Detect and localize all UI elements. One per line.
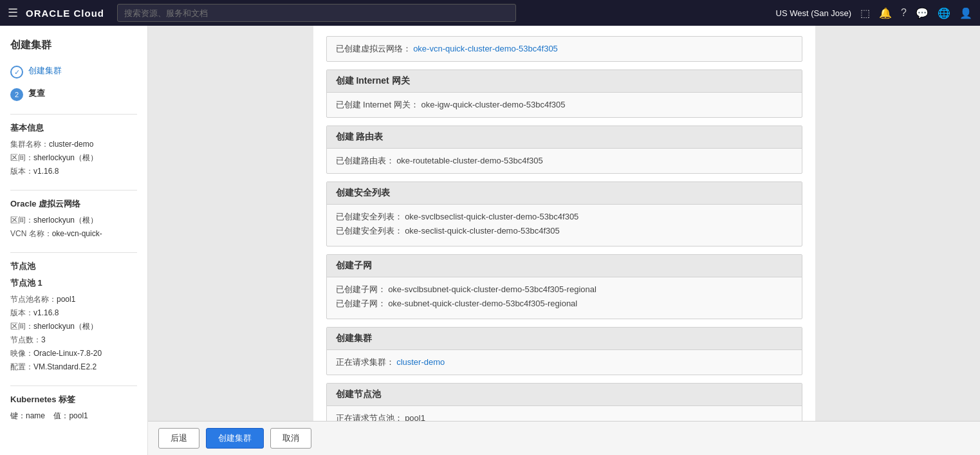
node-pool-title: 节点池 (10, 261, 137, 272)
subnet-header: 创建子网 (327, 255, 802, 277)
subnet-item-2: 已创建子网： oke-subnet-quick-cluster-demo-53b… (336, 298, 793, 310)
step1-label: 创建集群 (28, 65, 62, 77)
subnet-item-1: 已创建子网： oke-svclbsubnet-quick-cluster-dem… (336, 284, 793, 295)
internet-gateway-header: 创建 Internet 网关 (327, 70, 802, 93)
region-row: 区间：sherlockyun（根） (10, 153, 137, 163)
progress-panel: 已创建虚拟云网络： oke-vcn-quick-cluster-demo-53b… (313, 26, 815, 455)
vcn-info-title: Oracle 虚拟云网络 (10, 198, 137, 210)
chat-icon[interactable]: 💬 (916, 7, 929, 19)
create-cluster-button[interactable]: 创建集群 (206, 428, 264, 449)
internet-gateway-body: 已创建 Internet 网关： oke-igw-quick-cluster-d… (327, 93, 802, 117)
step2-label: 复查 (28, 88, 45, 99)
node-count-row: 节点数：3 (10, 335, 137, 346)
subnet-block: 创建子网 已创建子网： oke-svclbsubnet-quick-cluste… (326, 254, 802, 319)
back-button[interactable]: 后退 (158, 428, 199, 449)
terminal-icon[interactable]: ⬚ (860, 7, 870, 19)
sidebar-title: 创建集群 (10, 39, 137, 52)
k8s-labels-section: Kubernetes 标签 键：name 值：pool1 (10, 385, 137, 422)
basic-info-section: 基本信息 集群名称：cluster-demo 区间：sherlockyun（根）… (10, 114, 137, 177)
cancel-button[interactable]: 取消 (270, 428, 311, 449)
globe-icon[interactable]: 🌐 (938, 7, 950, 19)
create-cluster-body: 正在请求集群： cluster-demo (327, 350, 802, 375)
create-node-pool-header: 创建节点池 (327, 384, 802, 406)
security-list-block: 创建安全列表 已创建安全列表： oke-svclbseclist-quick-c… (326, 181, 802, 246)
vcn-created-body: 已创建虚拟云网络： oke-vcn-quick-cluster-demo-53b… (327, 37, 802, 61)
vcn-region-row: 区间：sherlockyun（根） (10, 215, 137, 226)
search-container (117, 4, 516, 22)
version-row: 版本：v1.16.8 (10, 166, 137, 177)
vcn-name-row: VCN 名称：oke-vcn-quick- (10, 228, 137, 239)
step2-circle: 2 (10, 88, 23, 101)
security-list-body: 已创建安全列表： oke-svclbseclist-quick-cluster-… (327, 205, 802, 246)
create-cluster-block: 创建集群 正在请求集群： cluster-demo (326, 327, 802, 375)
help-icon[interactable]: ? (901, 7, 907, 19)
vcn-info-section: Oracle 虚拟云网络 区间：sherlockyun（根） VCN 名称：ok… (10, 190, 137, 239)
hamburger-menu-icon[interactable]: ☰ (8, 6, 18, 20)
route-table-body: 已创建路由表： oke-routetable-cluster-demo-53bc… (327, 149, 802, 173)
rt-value: oke-routetable-cluster-demo-53bc4f305 (396, 156, 543, 165)
content-area: 已创建虚拟云网络： oke-vcn-quick-cluster-demo-53b… (148, 26, 980, 455)
top-navigation: ☰ ORACLE Cloud US West (San Jose) ⬚ 🔔 ? … (0, 0, 980, 26)
node-pool-sub-title: 节点池 1 (10, 277, 137, 289)
bell-icon[interactable]: 🔔 (879, 7, 892, 19)
cluster-name-row: 集群名称：cluster-demo (10, 139, 137, 150)
k8s-labels-title: Kubernetes 标签 (10, 394, 137, 405)
node-pool-section: 节点池 节点池 1 节点池名称：pool1 版本：v1.16.8 区间：sher… (10, 252, 137, 373)
seclist-item-1: 已创建安全列表： oke-svclbseclist-quick-cluster-… (336, 211, 793, 223)
route-table-header: 创建 路由表 (327, 126, 802, 149)
seclist-item-2: 已创建安全列表： oke-seclist-quick-cluster-demo-… (336, 225, 793, 237)
cluster-request-link[interactable]: cluster-demo (396, 357, 445, 367)
route-table-block: 创建 路由表 已创建路由表： oke-routetable-cluster-de… (326, 125, 802, 174)
sidebar: 创建集群 ✓ 创建集群 2 复查 基本信息 集群名称：cluster-demo … (0, 26, 148, 455)
config-row: 配置：VM.Standard.E2.2 (10, 362, 137, 373)
pool-version-row: 版本：v1.16.8 (10, 308, 137, 319)
pool-region-row: 区间：sherlockyun（根） (10, 321, 137, 332)
step1-circle: ✓ (10, 66, 23, 79)
igw-value: oke-igw-quick-cluster-demo-53bc4f305 (421, 100, 565, 109)
image-row: 映像：Oracle-Linux-7.8-20 (10, 348, 137, 359)
security-list-header: 创建安全列表 (327, 182, 802, 205)
internet-gateway-block: 创建 Internet 网关 已创建 Internet 网关： oke-igw-… (326, 70, 802, 118)
oracle-brand-logo: ORACLE Cloud (26, 8, 104, 19)
vcn-label: 已创建虚拟云网络： (336, 44, 411, 53)
step1-link[interactable]: 创建集群 (28, 66, 62, 75)
rt-label: 已创建路由表： (336, 156, 394, 165)
nav-right-section: US West (San Jose) ⬚ 🔔 ? 💬 🌐 👤 (776, 7, 972, 19)
sidebar-step-1: ✓ 创建集群 (10, 65, 137, 79)
sidebar-step-2: 2 复查 (10, 88, 137, 101)
k8s-label-row: 键：name 值：pool1 (10, 411, 137, 422)
user-avatar[interactable]: 👤 (959, 7, 972, 19)
subnet-body: 已创建子网： oke-svclbsubnet-quick-cluster-dem… (327, 277, 802, 319)
cluster-request-label: 正在请求集群： (336, 357, 394, 367)
pool-name-row: 节点池名称：pool1 (10, 294, 137, 305)
basic-info-title: 基本信息 (10, 122, 137, 134)
igw-label: 已创建 Internet 网关： (336, 100, 419, 109)
vcn-created-block: 已创建虚拟云网络： oke-vcn-quick-cluster-demo-53b… (326, 36, 802, 62)
region-selector[interactable]: US West (San Jose) (776, 8, 852, 18)
create-cluster-header: 创建集群 (327, 328, 802, 350)
bottom-action-bar: 后退 创建集群 取消 (148, 421, 980, 455)
search-input[interactable] (117, 4, 516, 22)
main-container: 创建集群 ✓ 创建集群 2 复查 基本信息 集群名称：cluster-demo … (0, 26, 980, 455)
vcn-link[interactable]: oke-vcn-quick-cluster-demo-53bc4f305 (413, 44, 558, 53)
